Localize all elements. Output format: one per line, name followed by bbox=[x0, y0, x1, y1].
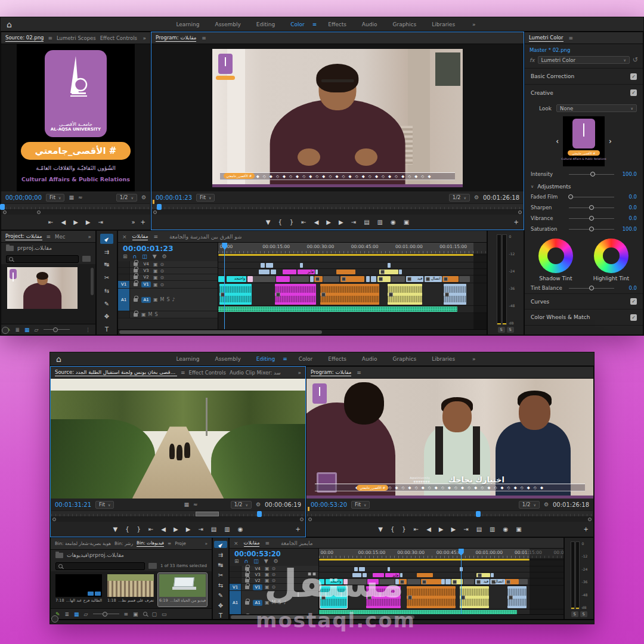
timeline-clip[interactable]: اتصال bbox=[490, 579, 505, 584]
track-header-a1[interactable]: A1A1▣MS♪ bbox=[118, 289, 218, 311]
tint-balance-value[interactable]: 0.0 bbox=[618, 285, 637, 291]
timeline-clip[interactable]: واحتجد bbox=[227, 276, 247, 282]
mark-in-button[interactable]: { bbox=[125, 526, 129, 532]
sequence-thumbnail[interactable] bbox=[7, 267, 78, 309]
tab-project-truncated[interactable]: Proje bbox=[175, 541, 186, 546]
slider-knob[interactable] bbox=[568, 194, 573, 199]
timeline-clip[interactable] bbox=[417, 573, 433, 577]
sharpen-value[interactable]: 0.0 bbox=[618, 205, 637, 210]
timeline-clip[interactable]: اتصال bbox=[425, 276, 442, 282]
settings-wrench-icon[interactable]: ⚙ bbox=[256, 501, 261, 507]
vibrance-slider[interactable] bbox=[569, 218, 614, 219]
pen-tool[interactable]: ✎ bbox=[214, 592, 227, 599]
panel-menu-icon[interactable]: ≡ bbox=[569, 35, 574, 41]
search-input[interactable] bbox=[6, 255, 79, 263]
button-overflow-icon[interactable]: » bbox=[131, 219, 135, 225]
playback-resolution-select[interactable]: 1/2∨ bbox=[449, 194, 470, 202]
timeline-clip[interactable] bbox=[505, 579, 519, 584]
slider-knob[interactable] bbox=[589, 286, 594, 290]
saturation-slider[interactable] bbox=[569, 229, 614, 230]
sync-lock-icon[interactable]: ▣ bbox=[141, 312, 146, 317]
sync-lock-icon[interactable]: ▣ bbox=[153, 282, 158, 287]
freeform-view-icon[interactable]: ▱ bbox=[84, 611, 88, 617]
mark-in-button[interactable]: { bbox=[391, 526, 394, 532]
workspace-overflow-icon[interactable]: » bbox=[472, 21, 476, 27]
sequence-tab[interactable]: مقابلات bbox=[244, 540, 260, 547]
timeline-clip[interactable] bbox=[261, 263, 265, 268]
section-creative[interactable]: Creative✓ bbox=[525, 85, 643, 101]
step-back-button[interactable]: ◀ bbox=[61, 219, 66, 225]
track-header-v4[interactable]: V4▣⊙ bbox=[118, 261, 218, 268]
track-name[interactable]: A1 bbox=[253, 600, 262, 606]
slip-tool[interactable]: ⇆ bbox=[100, 286, 113, 296]
collapse-chevron-icon[interactable]: ∨ bbox=[531, 184, 534, 189]
search-input[interactable] bbox=[55, 562, 145, 570]
zoom-handle-right[interactable] bbox=[518, 210, 522, 214]
source-patch[interactable] bbox=[118, 268, 130, 274]
timeline-clip[interactable] bbox=[407, 579, 421, 584]
ripple-edit-tool[interactable]: ↹ bbox=[100, 260, 113, 270]
mark-out-button[interactable]: } bbox=[137, 526, 141, 532]
workspace-tab-graphics[interactable]: Graphics bbox=[385, 356, 424, 362]
track-name[interactable]: V2 bbox=[253, 578, 262, 584]
program-video-area[interactable]: ◆ ◇ ◆ ◇ ◆ ◇ ◆ ◇ ◆ ◇ ◆ ◇ ◆ ◇ ◆ ◇ ◆ ◇ ◆ ◇ … bbox=[151, 44, 524, 191]
workspace-tab-editing[interactable]: Editing bbox=[249, 21, 283, 27]
master-clip-label[interactable]: Master * 02.png bbox=[525, 44, 643, 55]
go-to-in-button[interactable]: ⇤ bbox=[301, 219, 306, 225]
timeline-clip[interactable] bbox=[507, 586, 527, 608]
intensity-slider[interactable] bbox=[569, 174, 614, 175]
close-tab-icon[interactable]: × bbox=[234, 540, 239, 546]
panel-menu-icon[interactable]: ≡ bbox=[202, 35, 206, 41]
program-zoom-scrollbar[interactable] bbox=[151, 210, 524, 215]
solo-right-button[interactable]: S bbox=[507, 327, 514, 333]
add-marker-button[interactable]: ▼ bbox=[266, 219, 271, 225]
tab-source-clip[interactable]: Source: فيديو من الحياة الجامعية بجامعة … bbox=[55, 369, 177, 376]
go-to-out-button[interactable]: ⇥ bbox=[351, 219, 356, 225]
look-preview-thumbnail[interactable]: # الأقصى_جامعتي Cultural Affairs & Publi… bbox=[563, 116, 605, 166]
workspace-menu-icon[interactable]: ≡ bbox=[283, 356, 287, 362]
timeline-clip[interactable]: فايز bbox=[298, 270, 315, 274]
lift-button[interactable]: ▤ bbox=[364, 219, 369, 225]
lock-icon[interactable] bbox=[245, 586, 249, 589]
section-basic-correction[interactable]: Basic Correction✓ bbox=[525, 69, 643, 85]
track-header-v2[interactable]: V2▣⊙ bbox=[118, 274, 218, 281]
track-name[interactable]: A1 bbox=[141, 297, 151, 303]
timeline-clip[interactable] bbox=[379, 270, 398, 274]
sync-lock-icon[interactable]: ▣ bbox=[153, 297, 158, 302]
previous-look-icon[interactable]: ‹ bbox=[556, 137, 559, 145]
workspace-tab-effects[interactable]: Effects bbox=[320, 21, 354, 27]
go-to-out-button[interactable]: ⇥ bbox=[463, 526, 468, 532]
icon-view-icon[interactable]: ▦ bbox=[74, 611, 79, 617]
automate-to-sequence-icon[interactable]: ▣ bbox=[133, 611, 138, 617]
find-icon[interactable] bbox=[143, 612, 147, 616]
workspace-tab-libraries[interactable]: Libraries bbox=[424, 21, 463, 27]
linked-selection-icon[interactable]: ◫ bbox=[142, 253, 147, 259]
tab-program[interactable]: Program: مقابلات bbox=[311, 369, 351, 376]
workspace-tab-color[interactable]: Color bbox=[291, 356, 321, 362]
lock-icon[interactable] bbox=[245, 601, 249, 605]
source-patch[interactable] bbox=[118, 311, 130, 318]
sort-icon[interactable]: ≡ bbox=[124, 611, 129, 617]
program-playhead[interactable] bbox=[476, 511, 481, 517]
drag-audio-icon[interactable]: ≈ bbox=[193, 501, 198, 507]
slider-knob[interactable] bbox=[589, 216, 594, 221]
source-video-area[interactable]: جامعــة الأقصــى AL-AQSA UNIVERSITY # ال… bbox=[1, 44, 150, 191]
timeline-clip[interactable] bbox=[276, 276, 290, 282]
timeline-clip[interactable] bbox=[460, 586, 489, 608]
add-button-icon[interactable]: + bbox=[141, 219, 145, 225]
project-items-area[interactable] bbox=[1, 264, 95, 324]
source-patch-a1[interactable]: A1 bbox=[118, 289, 130, 311]
panel-menu-icon[interactable]: ≡ bbox=[47, 234, 51, 240]
zoom-handle-left[interactable] bbox=[52, 518, 56, 521]
sync-lock-icon[interactable]: ▣ bbox=[153, 268, 158, 274]
timeline-clip[interactable] bbox=[253, 276, 275, 282]
tab-project[interactable]: Project: مقابلات bbox=[5, 233, 42, 240]
source-patch-v1[interactable]: V1 bbox=[118, 281, 130, 288]
go-to-in-button[interactable]: ⇤ bbox=[48, 219, 53, 225]
bin-item-campus-selected[interactable]: 6:19فيديو من الحياة الجامعية... bbox=[158, 573, 207, 606]
lock-icon[interactable] bbox=[134, 269, 138, 273]
project-breadcrumb[interactable]: مقابلات.prproj bbox=[17, 245, 52, 251]
checkbox-checked[interactable]: ✓ bbox=[630, 298, 637, 305]
sync-lock-icon[interactable]: ▣ bbox=[153, 262, 158, 267]
settings-wrench-icon[interactable]: ⚙ bbox=[544, 501, 549, 507]
